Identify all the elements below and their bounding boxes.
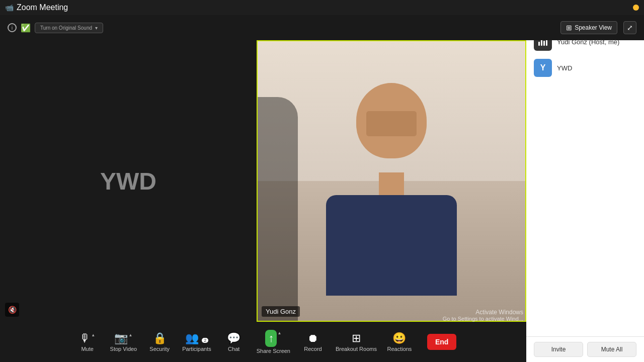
security-icon: 🔒 [153,332,167,345]
reactions-button[interactable]: 😀 Reactions [382,329,417,355]
end-meeting-button[interactable]: End [427,334,456,350]
share-screen-button[interactable]: ↑ ▲ Share Screen [252,327,295,357]
stop-video-icon-wrap: 📷 ▲ [114,332,132,345]
breakout-rooms-button[interactable]: ⊞ Breakout Rooms [331,329,382,355]
end-label: End [435,338,448,346]
original-sound-label: Turn on Original Sound [40,25,92,31]
fullscreen-button[interactable]: ⤢ [623,21,636,34]
participants-icon-wrap: 👥 2 [185,332,208,345]
participants-icon: 👥 [185,332,199,344]
participants-sidebar: ˅ Participants (2) Yudi Gonz (Host, me) … [526,0,644,362]
top-toolbar: i ✅ Turn on Original Sound ▾ ⊞ Speaker V… [0,15,644,40]
breakout-icon: ⊞ [352,332,361,345]
fullscreen-icon: ⤢ [627,24,633,32]
chat-icon: 💬 [227,332,240,345]
avatar: Y [534,59,552,77]
stop-video-button[interactable]: 📷 ▲ Stop Video [105,329,142,355]
bar [538,42,540,46]
mute-icon: 🔇 [8,306,17,314]
video-name-tag: Yudi Gonz [262,306,300,317]
speaker-view-button[interactable]: ⊞ Speaker View [560,21,617,34]
video-name: Yudi Gonz [266,308,296,315]
mute-button[interactable]: 🎙 ▲ Mute [70,329,105,355]
breakout-label: Breakout Rooms [336,346,377,352]
speaker-view-label: Speaker View [575,24,612,31]
share-screen-label: Share Screen [257,348,290,354]
invite-button[interactable]: Invite [534,342,583,357]
participants-label: Participants [182,346,211,352]
chat-button[interactable]: 💬 Chat [216,329,252,355]
speaker-view-icon: ⊞ [566,24,572,32]
person-body [326,195,457,296]
mute-label: Mute [81,346,93,352]
video-panel: Yudi Gonz [257,40,526,322]
microphone-icon: 🎙 [79,332,91,345]
record-icon: ⏺ [307,332,318,345]
avatar-letter: Y [540,63,546,72]
mute-icon-wrap: 🎙 ▲ [79,332,95,345]
security-label: Security [149,346,170,352]
original-sound-button[interactable]: Turn on Original Sound ▾ [35,23,103,33]
chat-label: Chat [228,346,239,352]
info-icon[interactable]: i [8,23,17,32]
person-head [356,83,427,158]
mute-all-button[interactable]: Mute All [587,342,636,357]
shield-icon: ✅ [21,23,30,32]
share-screen-icon: ↑ [268,332,274,344]
ywd-label: YWD [100,167,156,195]
share-screen-icon-wrap: ↑ ▲ [265,330,281,347]
person-neck [379,172,404,198]
participants-button[interactable]: 👥 2 Participants [177,329,216,355]
reactions-icon: 😀 [392,332,406,345]
app-icon: 📹 [5,4,14,12]
video-background [258,41,525,321]
mute-all-label: Mute All [601,346,623,353]
dropdown-arrow: ▾ [95,25,98,31]
participants-badge: 2 [202,338,208,343]
stop-video-label: Stop Video [110,346,137,352]
invite-label: Invite [551,346,566,353]
titlebar-title: Zoom Meeting [17,3,68,12]
security-button[interactable]: 🔒 Security [142,329,177,355]
sidebar-footer: Invite Mute All [526,336,644,362]
mute-indicator: 🔇 [5,303,19,317]
record-button[interactable]: ⏺ Record [295,329,331,355]
minimize-button[interactable] [633,5,639,11]
ywd-panel: YWD 🔇 [0,40,257,322]
mute-arrow: ▲ [91,333,95,337]
bottom-toolbar: 🎙 ▲ Mute 📷 ▲ Stop Video 🔒 Security 👥 2 P… [0,322,526,362]
list-item[interactable]: Y YWD [526,55,644,81]
record-label: Record [304,346,321,352]
share-screen-bg: ↑ [265,330,277,347]
participants-list: Yudi Gonz (Host, me) Y YWD [526,24,644,336]
stop-video-arrow: ▲ [128,333,132,337]
toolbar-right: ⊞ Speaker View ⤢ [560,21,636,34]
main-area: YWD 🔇 Yudi Gonz [0,40,526,322]
participant-name: YWD [557,64,572,72]
shadow-figure [258,97,298,321]
person-face [366,111,417,136]
reactions-label: Reactions [387,346,412,352]
person-shape [296,41,487,321]
share-screen-arrow: ▲ [277,331,281,335]
bar [543,41,545,46]
window-controls[interactable] [633,5,639,11]
camera-icon: 📷 [114,332,128,345]
titlebar: 📹 Zoom Meeting [0,0,644,15]
